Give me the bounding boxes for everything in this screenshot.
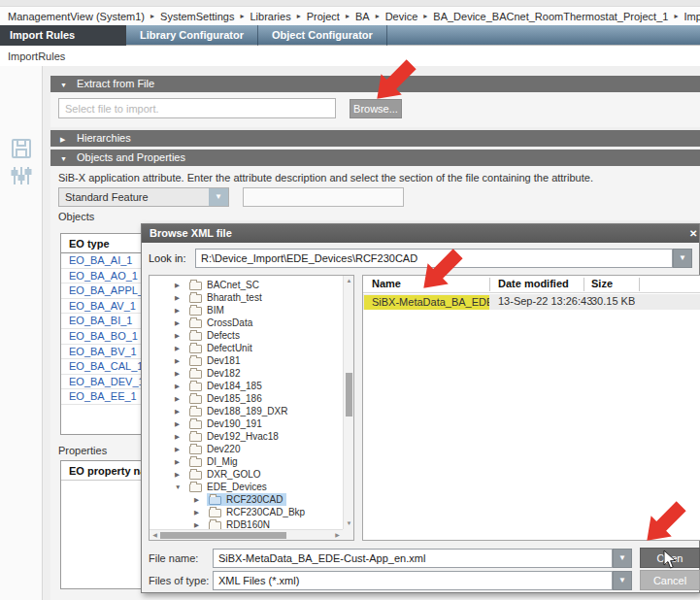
column-header-name[interactable]: Name xyxy=(372,278,401,289)
tree-item[interactable]: ▼ EDE_Devices xyxy=(150,481,342,493)
tree-item-body: RCF230CAD_Bkp xyxy=(207,506,309,518)
tree-item[interactable]: ▶ Defects xyxy=(150,329,342,342)
expand-triangle-icon[interactable]: ▶ xyxy=(175,345,187,352)
expand-triangle-icon[interactable]: ▶ xyxy=(175,319,187,327)
scroll-left-icon[interactable]: ◀ xyxy=(150,530,160,541)
close-icon[interactable]: ✕ xyxy=(689,224,699,243)
column-divider[interactable] xyxy=(583,278,584,291)
expand-triangle-icon[interactable]: ▶ xyxy=(194,521,207,529)
collapse-triangle-icon: ▼ xyxy=(60,77,74,93)
tab[interactable]: Library Configurator xyxy=(126,25,258,46)
dialog-title-bar[interactable]: Browse XML file ✕ xyxy=(142,224,699,243)
dialog-title: Browse XML file xyxy=(150,227,232,239)
folder-icon xyxy=(189,319,202,328)
tree-item[interactable]: ▶ Dev182 xyxy=(150,367,342,380)
tree-item-label: BACnet_SC xyxy=(207,280,259,290)
breadcrumb-link[interactable]: Libraries xyxy=(250,11,290,22)
tree-item[interactable]: ▶ BACnet_SC xyxy=(150,279,342,291)
tree-item[interactable]: ▶ DXR_GOLO xyxy=(150,468,342,481)
tree-item[interactable]: ▶ RCF230CAD xyxy=(150,493,342,506)
horizontal-scroll-thumb[interactable] xyxy=(160,532,286,539)
scroll-up-icon[interactable]: ▲ xyxy=(344,276,354,286)
attribute-description-text: SiB-X application attribute. Enter the a… xyxy=(58,172,593,183)
folder-icon xyxy=(209,496,221,505)
expand-triangle-icon[interactable]: ▶ xyxy=(175,282,187,289)
expand-triangle-icon[interactable]: ▶ xyxy=(175,471,187,479)
folder-icon xyxy=(189,332,202,341)
expand-triangle-icon[interactable]: ▶ xyxy=(175,446,187,453)
breadcrumb-link[interactable]: BA_Device_BACnet_RoomThermostat_Project_… xyxy=(433,11,668,22)
expand-triangle-icon[interactable]: ▶ xyxy=(175,408,187,416)
filter-settings-button[interactable] xyxy=(9,165,34,188)
open-button[interactable]: Open xyxy=(640,548,700,568)
tree-item[interactable]: ▶ Dev185_186 xyxy=(150,392,342,405)
tree-item-body: Dev190_191 xyxy=(187,417,266,430)
breadcrumb-link[interactable]: SystemSettings xyxy=(160,11,234,22)
breadcrumb-link[interactable]: BA xyxy=(355,11,370,22)
tree-item[interactable]: ▶ Bharath_test xyxy=(150,291,342,304)
expand-triangle-icon[interactable]: ▶ xyxy=(175,370,187,378)
tree-item[interactable]: ▶ BIM xyxy=(150,304,342,317)
tree-horizontal-scrollbar[interactable]: ◀ ▶ xyxy=(150,529,343,540)
tree-item-label: Dev188_189_DXR xyxy=(207,406,287,417)
tree-item[interactable]: ▶ RCF230CAD_Bkp xyxy=(150,506,342,518)
section-header-extract-from-file[interactable]: ▼ Extract from File xyxy=(50,76,700,92)
tab[interactable]: Object Configurator xyxy=(258,25,387,46)
feature-dropdown[interactable]: Standard Feature ▼ xyxy=(58,187,229,207)
expand-triangle-icon[interactable]: ▼ xyxy=(175,483,187,490)
expand-triangle-icon[interactable]: ▶ xyxy=(175,357,187,365)
tree-item[interactable]: ▶ DI_Mig xyxy=(150,455,342,468)
expand-triangle-icon[interactable]: ▶ xyxy=(175,332,187,340)
expand-triangle-icon[interactable]: ▶ xyxy=(194,509,207,517)
vertical-scroll-thumb[interactable] xyxy=(346,373,352,417)
cancel-button[interactable]: Cancel xyxy=(640,570,700,590)
tree-item[interactable]: ▶ Dev220 xyxy=(150,443,342,455)
tab[interactable]: Import Rules xyxy=(0,25,126,46)
expand-triangle-icon[interactable]: ▶ xyxy=(175,433,187,441)
section-header-hierarchies[interactable]: ▶ Hierarchies xyxy=(50,130,700,147)
expand-triangle-icon[interactable]: ▶ xyxy=(175,395,187,403)
file-name-input[interactable] xyxy=(213,549,613,568)
scroll-right-icon[interactable]: ▶ xyxy=(332,530,343,541)
column-divider[interactable] xyxy=(489,278,490,291)
expand-triangle-icon[interactable]: ▶ xyxy=(175,458,187,466)
scroll-down-icon[interactable]: ▼ xyxy=(344,518,354,529)
column-header-date-modified[interactable]: Date modified xyxy=(498,278,569,289)
files-of-type-input[interactable] xyxy=(213,571,613,590)
look-in-dropdown-button[interactable]: ▼ xyxy=(673,249,692,268)
tree-item[interactable]: ▶ Dev190_191 xyxy=(150,417,342,430)
breadcrumb-link[interactable]: Project xyxy=(307,11,340,22)
expand-triangle-icon[interactable]: ▶ xyxy=(194,496,207,504)
file-import-input[interactable] xyxy=(58,98,336,118)
tree-item[interactable]: ▶ Dev181 xyxy=(150,354,342,367)
section-header-objects-properties[interactable]: ▼ Objects and Properties xyxy=(50,150,700,166)
files-of-type-dropdown-button[interactable]: ▼ xyxy=(613,571,632,590)
save-button[interactable] xyxy=(9,138,34,161)
column-divider[interactable] xyxy=(639,278,640,291)
tree-item[interactable]: ▶ Dev184_185 xyxy=(150,380,342,392)
folder-icon xyxy=(189,446,202,454)
expand-triangle-icon[interactable]: ▶ xyxy=(175,307,187,315)
expand-triangle-icon[interactable]: ▶ xyxy=(175,294,187,302)
expand-triangle-icon[interactable]: ▶ xyxy=(175,383,187,390)
breadcrumb-link[interactable]: Device xyxy=(385,11,418,22)
browse-button[interactable]: Browse... xyxy=(350,99,402,118)
tree-item[interactable]: ▶ DefectUnit xyxy=(150,342,342,354)
tree-item-label: CrossData xyxy=(207,317,252,328)
file-name-dropdown-button[interactable]: ▼ xyxy=(613,549,632,568)
breadcrumb-link[interactable]: ImportRules xyxy=(683,11,700,22)
file-row[interactable]: SiBX-MetaData_BA_EDE-Cus... 13-Sep-22 13… xyxy=(363,294,700,310)
column-header-size[interactable]: Size xyxy=(591,278,613,289)
folder-icon xyxy=(189,307,202,316)
folder-icon xyxy=(189,458,202,467)
expand-triangle-icon[interactable]: ▶ xyxy=(175,420,187,428)
look-in-path-input[interactable] xyxy=(195,249,673,268)
tree-item[interactable]: ▶ Dev188_189_DXR xyxy=(150,405,342,417)
chevron-down-icon: ▼ xyxy=(618,553,626,562)
attribute-description-input[interactable] xyxy=(243,187,404,207)
tree-item[interactable]: ▶ CrossData xyxy=(150,317,342,329)
tree-item[interactable]: ▶ Dev192_Hvac18 xyxy=(150,430,342,443)
tree-vertical-scrollbar[interactable]: ▲ ▼ xyxy=(343,276,353,529)
breadcrumb-link[interactable]: ManagementView (System1) xyxy=(8,11,145,22)
tree-item-body: Defects xyxy=(187,329,244,342)
